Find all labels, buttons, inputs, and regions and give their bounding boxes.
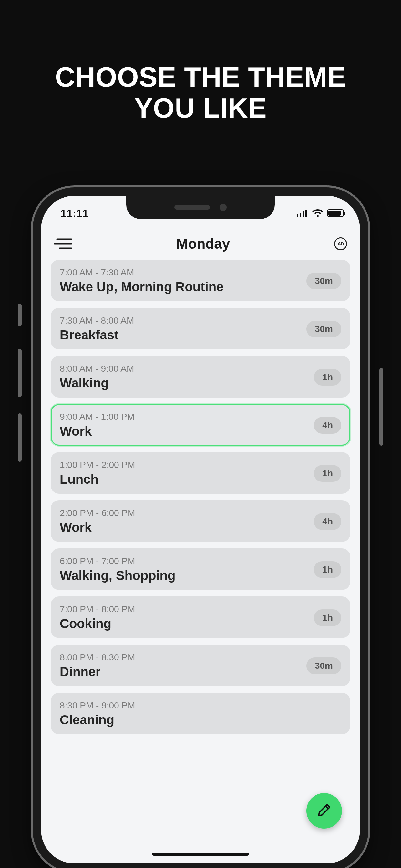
time-range: 7:00 PM - 8:00 PM — [60, 604, 135, 615]
duration-pill: 1h — [314, 609, 341, 626]
duration-pill: 4h — [314, 417, 341, 434]
headline-line-1: CHOOSE THE THEME — [55, 61, 346, 92]
duration-pill: 1h — [314, 561, 341, 578]
time-range: 7:00 AM - 7:30 AM — [60, 268, 223, 278]
time-range: 8:00 AM - 9:00 AM — [60, 364, 134, 374]
schedule-item[interactable]: 8:00 PM - 8:30 PMDinner30m — [51, 645, 350, 686]
schedule-item[interactable]: 7:00 PM - 8:00 PMCooking1h — [51, 596, 350, 638]
front-camera — [220, 204, 227, 211]
time-range: 9:00 AM - 1:00 PM — [60, 412, 135, 422]
schedule-item[interactable]: 9:00 AM - 1:00 PMWork4h — [51, 404, 350, 445]
home-indicator[interactable] — [152, 852, 249, 856]
edit-fab-button[interactable] — [306, 793, 342, 829]
svg-rect-0 — [297, 214, 298, 217]
time-range: 8:00 PM - 8:30 PM — [60, 652, 135, 662]
ad-badge-icon[interactable]: AD — [334, 237, 347, 250]
promo-headline: CHOOSE THE THEME YOU LIKE — [0, 0, 401, 124]
task-title: Walking, Shopping — [60, 568, 175, 583]
speaker-grille — [174, 205, 210, 210]
task-title: Work — [60, 424, 135, 438]
cellular-signal-icon — [297, 209, 308, 217]
task-title: Cleaning — [60, 713, 135, 727]
task-title: Dinner — [60, 664, 135, 679]
app-header: Monday AD — [41, 221, 360, 259]
svg-rect-1 — [300, 213, 301, 217]
schedule-item[interactable]: 7:30 AM - 8:00 AMBreakfast30m — [51, 308, 350, 349]
volume-down-button — [18, 413, 22, 462]
duration-pill: 30m — [306, 657, 341, 674]
wifi-icon — [312, 209, 323, 217]
day-title: Monday — [176, 236, 230, 252]
battery-icon — [327, 209, 344, 217]
volume-up-button — [18, 349, 22, 397]
task-title: Breakfast — [60, 328, 134, 342]
schedule-item[interactable]: 2:00 PM - 6:00 PMWork4h — [51, 500, 350, 542]
svg-rect-3 — [305, 210, 307, 217]
duration-pill: 4h — [314, 513, 341, 530]
duration-pill: 1h — [314, 369, 341, 385]
schedule-list[interactable]: 7:00 AM - 7:30 AMWake Up, Morning Routin… — [41, 259, 360, 734]
schedule-item[interactable]: 1:00 PM - 2:00 PMLunch1h — [51, 452, 350, 494]
schedule-item[interactable]: 6:00 PM - 7:00 PMWalking, Shopping1h — [51, 548, 350, 590]
task-title: Cooking — [60, 616, 135, 631]
device-notch — [126, 196, 275, 219]
mute-switch — [18, 304, 22, 326]
schedule-item[interactable]: 8:00 AM - 9:00 AMWalking1h — [51, 356, 350, 398]
time-range: 7:30 AM - 8:00 AM — [60, 315, 134, 326]
duration-pill: 1h — [314, 465, 341, 482]
svg-rect-2 — [303, 211, 304, 217]
time-range: 6:00 PM - 7:00 PM — [60, 556, 175, 566]
power-button — [379, 368, 383, 445]
menu-icon[interactable] — [54, 237, 72, 250]
pencil-icon — [317, 803, 332, 819]
time-range: 8:30 PM - 9:00 PM — [60, 701, 135, 711]
task-title: Work — [60, 520, 135, 535]
task-title: Wake Up, Morning Routine — [60, 280, 223, 294]
task-title: Lunch — [60, 472, 135, 487]
time-range: 1:00 PM - 2:00 PM — [60, 460, 135, 470]
time-range: 2:00 PM - 6:00 PM — [60, 508, 135, 518]
schedule-item[interactable]: 8:30 PM - 9:00 PMCleaning — [51, 693, 350, 734]
task-title: Walking — [60, 376, 134, 391]
status-time: 11:11 — [60, 207, 89, 220]
headline-line-2: YOU LIKE — [134, 92, 267, 123]
phone-mockup: 11:11 Monday AD 7:00 AM - 7:30 AMWake Up… — [33, 187, 368, 868]
duration-pill: 30m — [306, 273, 341, 289]
schedule-item[interactable]: 7:00 AM - 7:30 AMWake Up, Morning Routin… — [51, 259, 350, 301]
duration-pill: 30m — [306, 321, 341, 337]
